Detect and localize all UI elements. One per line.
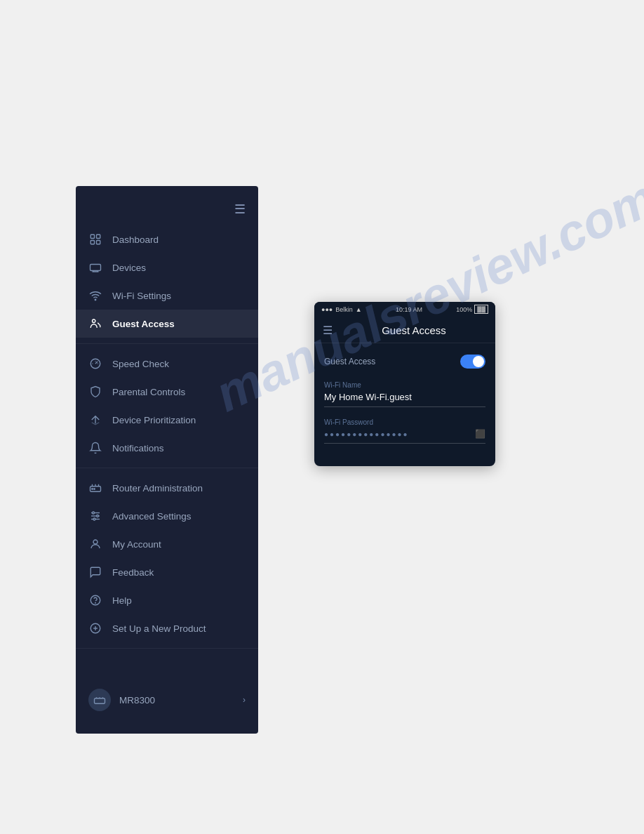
nav-divider-1 [76, 343, 258, 344]
sidebar-item-my-account[interactable]: My Account [76, 530, 258, 558]
dashboard-icon [88, 233, 102, 246]
svg-point-10 [94, 489, 95, 490]
sidebar-item-label: Dashboard [112, 234, 159, 245]
toggle-thumb [473, 356, 484, 367]
svg-rect-2 [90, 241, 94, 244]
carrier-label: Belkin [335, 306, 353, 313]
chevron-right-icon: › [243, 695, 246, 705]
sidebar-item-speed-check[interactable]: Speed Check [76, 350, 258, 378]
sidebar-item-label: Devices [112, 263, 146, 273]
sidebar-item-label: Feedback [112, 567, 154, 578]
device-row[interactable]: MR8300 › [76, 680, 258, 720]
help-icon [88, 594, 102, 607]
sidebar-header: ☰ [76, 193, 258, 225]
svg-rect-1 [97, 234, 100, 238]
sidebar-item-label: Speed Check [112, 359, 169, 369]
wifi-name-label: Wi-Fi Name [324, 381, 485, 389]
svg-point-9 [92, 489, 93, 490]
device-name: MR8300 [119, 695, 155, 706]
sidebar-item-help[interactable]: Help [76, 586, 258, 614]
sidebar-item-label: My Account [112, 539, 161, 550]
svg-point-6 [93, 319, 96, 323]
sidebar-item-advanced-settings[interactable]: Advanced Settings [76, 502, 258, 530]
sidebar: ☰ Dashboard Devices [76, 186, 258, 734]
wifi-password-row: ●●●●●●●●●●●●●●● ⬛ [324, 429, 485, 444]
svg-rect-23 [95, 699, 105, 704]
status-time: 10:19 AM [396, 306, 422, 313]
status-left: ●●● Belkin ▲ [321, 306, 362, 313]
guest-access-label: Guest Access [324, 357, 375, 366]
sidebar-item-label: Help [112, 595, 132, 606]
svg-point-15 [97, 515, 99, 517]
wifi-status-icon: ▲ [356, 306, 362, 313]
parental-icon [88, 385, 102, 398]
battery-label: 100% [456, 306, 472, 313]
speed-icon [88, 357, 102, 370]
sidebar-item-label: Router Administration [112, 483, 203, 494]
svg-point-5 [95, 299, 96, 300]
advanced-icon [88, 510, 102, 522]
phone-content: Guest Access Wi-Fi Name My Home Wi-Fi.gu… [314, 343, 495, 466]
sidebar-item-label: Wi-Fi Settings [112, 291, 171, 301]
svg-point-16 [93, 518, 95, 520]
sidebar-item-devices[interactable]: Devices [76, 253, 258, 282]
svg-rect-4 [90, 265, 101, 271]
guest-access-toggle[interactable] [460, 355, 485, 369]
bell-icon [88, 442, 102, 454]
sidebar-item-guest-access[interactable]: Guest Access [76, 310, 258, 338]
account-icon [88, 538, 102, 550]
nav-divider-3 [76, 648, 258, 649]
sidebar-item-wifi-settings[interactable]: Wi-Fi Settings [76, 282, 258, 310]
svg-rect-0 [90, 234, 94, 238]
sidebar-item-label: Set Up a New Product [112, 623, 206, 634]
device-avatar [88, 689, 111, 711]
sidebar-item-feedback[interactable]: Feedback [76, 558, 258, 586]
phone-header: ☰ Guest Access [314, 317, 495, 343]
sidebar-item-label: Advanced Settings [112, 511, 192, 522]
priority-icon [88, 413, 102, 426]
wifi-name-value[interactable]: My Home Wi-Fi.guest [324, 392, 485, 407]
sidebar-item-label: Parental Controls [112, 387, 185, 397]
status-right: 100% ▓▓ [456, 305, 488, 314]
menu-icon[interactable]: ☰ [234, 201, 246, 217]
sidebar-item-dashboard[interactable]: Dashboard [76, 225, 258, 253]
phone-title: Guest Access [341, 324, 487, 336]
wifi-password-dots: ●●●●●●●●●●●●●●● [324, 430, 409, 438]
sidebar-item-label: Guest Access [112, 319, 175, 329]
router-icon [88, 482, 102, 494]
devices-icon [88, 261, 102, 274]
svg-rect-3 [97, 241, 100, 244]
signal-dots: ●●● [321, 306, 333, 313]
nav-divider-2 [76, 468, 258, 468]
sidebar-item-router-administration[interactable]: Router Administration [76, 474, 258, 502]
phone-menu-icon[interactable]: ☰ [323, 324, 333, 337]
feedback-icon [88, 566, 102, 578]
wifi-icon [88, 289, 102, 302]
sidebar-item-label: Notifications [112, 443, 164, 454]
guest-icon [88, 317, 102, 330]
svg-point-17 [93, 540, 98, 544]
sidebar-item-label: Device Prioritization [112, 415, 196, 425]
sidebar-item-parental-controls[interactable]: Parental Controls [76, 378, 258, 406]
external-link-icon[interactable]: ⬛ [475, 429, 485, 439]
sidebar-item-device-prioritization[interactable]: Device Prioritization [76, 406, 258, 434]
phone-mockup: ●●● Belkin ▲ 10:19 AM 100% ▓▓ ☰ Guest Ac… [314, 302, 495, 466]
wifi-password-label: Wi-Fi Password [324, 418, 485, 426]
plus-icon [88, 622, 102, 635]
svg-point-14 [93, 512, 95, 514]
sidebar-item-set-up-new-product[interactable]: Set Up a New Product [76, 614, 258, 642]
wifi-name-field: Wi-Fi Name My Home Wi-Fi.guest [324, 381, 485, 407]
sidebar-item-notifications[interactable]: Notifications [76, 434, 258, 462]
svg-point-19 [95, 602, 96, 603]
battery-icon: ▓▓ [474, 305, 488, 314]
guest-access-toggle-row: Guest Access [324, 355, 485, 369]
phone-status-bar: ●●● Belkin ▲ 10:19 AM 100% ▓▓ [314, 302, 495, 317]
wifi-password-field: Wi-Fi Password ●●●●●●●●●●●●●●● ⬛ [324, 418, 485, 444]
